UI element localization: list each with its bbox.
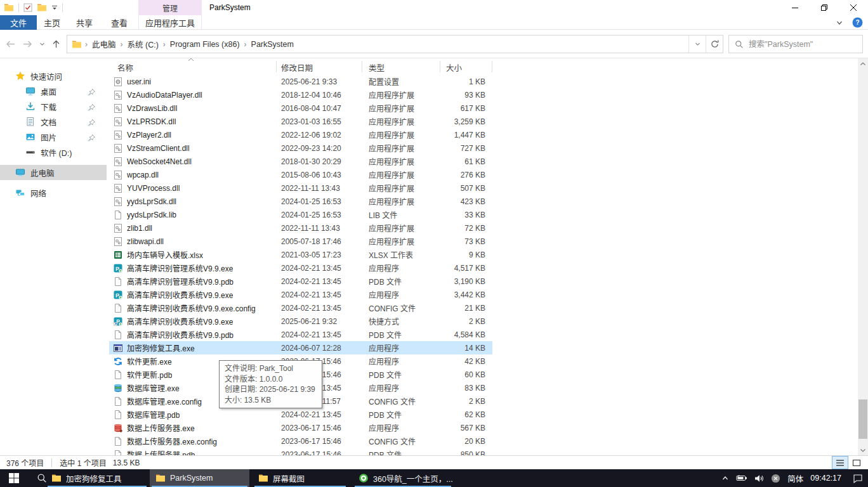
divider xyxy=(62,3,63,12)
action-center-icon[interactable] xyxy=(853,474,863,483)
table-row[interactable]: P高清车牌识别收费系统V9.9.exe2025-06-21 9:32快捷方式2 … xyxy=(107,315,498,328)
sidebar-item-文档[interactable]: 文档 xyxy=(0,114,107,129)
restore-button[interactable] xyxy=(810,0,839,15)
forward-button[interactable] xyxy=(22,39,33,49)
column-separator[interactable] xyxy=(492,61,492,72)
minimize-button[interactable] xyxy=(780,0,810,15)
table-row[interactable]: 加密狗修复工具.exe2024-06-07 12:28应用程序14 KB xyxy=(107,341,498,354)
sidebar-item-快速访问[interactable]: 快速访问 xyxy=(0,68,107,84)
refresh-button[interactable] xyxy=(706,36,723,53)
tray-expand-icon[interactable] xyxy=(721,474,729,482)
table-row[interactable]: 数据上传服务器.exe2023-06-17 15:46应用程序567 KB xyxy=(107,421,498,434)
ribbon-collapse-icon[interactable] xyxy=(836,19,843,27)
app-p-icon: P xyxy=(113,290,123,300)
table-row[interactable]: 高清车牌识别管理系统V9.9.pdb2024-02-21 13:45PDB 文件… xyxy=(107,275,498,288)
table-row[interactable]: VzPlayer2.dll2022-12-06 19:02应用程序扩展1,447… xyxy=(107,128,498,141)
taskbar-button-ParkSystem[interactable]: ParkSystem xyxy=(150,469,249,487)
table-row[interactable]: P高清车牌识别管理系统V9.9.exe2024-02-21 13:45应用程序4… xyxy=(107,261,498,275)
customize-toolbar-icon[interactable] xyxy=(51,4,58,11)
tab-home[interactable]: 主页 xyxy=(37,15,67,30)
scroll-up-button[interactable] xyxy=(858,58,868,69)
close-button[interactable] xyxy=(839,0,868,15)
breadcrumb-segment[interactable]: 此电脑 xyxy=(88,36,120,53)
breadcrumb-segment[interactable]: 系统 (C:) xyxy=(124,36,162,53)
table-row[interactable]: P高清车牌识别收费系统V9.9.exe2024-02-21 13:45应用程序3… xyxy=(107,288,498,301)
speaker-icon[interactable] xyxy=(754,474,764,483)
table-row[interactable]: VzLPRSDK.dll2023-01-03 16:55应用程序扩展3,259 … xyxy=(107,115,498,128)
up-button[interactable] xyxy=(51,39,61,49)
table-row[interactable]: 高清车牌识别收费系统V9.9.exe.config2024-02-21 13:4… xyxy=(107,301,498,315)
new-folder-icon[interactable] xyxy=(37,3,47,13)
scrollbar-thumb[interactable] xyxy=(858,399,867,439)
ribbon-tab-row: 文件 主页 共享 查看 应用程序工具 ? xyxy=(0,15,868,30)
tray-app-icon[interactable] xyxy=(771,474,780,483)
table-row[interactable]: VzDrawsLib.dll2016-08-04 10:47应用程序扩展617 … xyxy=(107,101,498,115)
contextual-tab-manage[interactable]: 管理 xyxy=(138,0,202,15)
table-row[interactable]: yydsLprSdk.lib2024-01-25 16:53LIB 文件33 K… xyxy=(107,208,498,221)
scroll-down-button[interactable] xyxy=(858,445,868,455)
tab-file[interactable]: 文件 xyxy=(0,15,37,30)
dll-file-icon xyxy=(113,237,123,247)
help-icon[interactable]: ? xyxy=(852,17,863,28)
clock[interactable]: 09:42:17 xyxy=(810,474,841,483)
column-header-type[interactable]: 类型 xyxy=(369,62,385,74)
tab-application-tools[interactable]: 应用程序工具 xyxy=(138,15,202,30)
sidebar-item-下载[interactable]: 下载 xyxy=(0,99,107,114)
sidebar-item-桌面[interactable]: 桌面 xyxy=(0,84,107,99)
table-row[interactable]: YUVProcess.dll2022-11-11 13:43应用程序扩展507 … xyxy=(107,181,498,195)
taskbar-button-360导航_一个主页，...[interactable]: 360导航_一个主页，... xyxy=(353,469,453,487)
table-row[interactable]: yydsLprSdk.dll2024-01-25 16:53应用程序扩展423 … xyxy=(107,195,498,208)
column-header-size[interactable]: 大小 xyxy=(446,62,462,74)
breadcrumb[interactable]: ›此电脑›系统 (C:)›Program Files (x86)›ParkSys… xyxy=(67,35,723,53)
search-input[interactable] xyxy=(749,40,862,49)
column-separator[interactable] xyxy=(440,61,440,72)
sidebar-item-网络[interactable]: 网络 xyxy=(0,185,107,200)
table-row[interactable]: 数据库管理.pdb2024-02-21 13:45PDB 文件62 KB xyxy=(107,408,498,421)
vertical-scrollbar[interactable] xyxy=(858,58,868,455)
start-button[interactable] xyxy=(0,469,28,487)
table-row[interactable]: 数据上传服务器.pdb2023-06-17 15:46PDB 文件850 KB xyxy=(107,448,498,455)
table-row[interactable]: WebSocket4Net.dll2018-01-30 20:29应用程序扩展6… xyxy=(107,155,498,168)
table-row[interactable]: 场内车辆导入模板.xlsx2021-03-05 17:23XLSX 工作表9 K… xyxy=(107,248,498,261)
back-button[interactable] xyxy=(5,39,16,49)
table-row[interactable]: VzAudioDataPlayer.dll2018-12-04 10:46应用程… xyxy=(107,88,498,101)
thumbnail-view-button[interactable] xyxy=(849,457,864,469)
folder-icon[interactable] xyxy=(4,3,14,13)
breadcrumb-segment[interactable]: ParkSystem xyxy=(247,36,298,53)
tab-share[interactable]: 共享 xyxy=(67,15,102,30)
doc-file-icon xyxy=(113,436,123,446)
file-size: 33 KB xyxy=(409,208,485,221)
taskbar-button-屏幕截图[interactable]: 屏幕截图 xyxy=(253,469,348,487)
table-row[interactable]: VzStreamClient.dll2022-09-23 14:20应用程序扩展… xyxy=(107,141,498,155)
table-row[interactable]: wpcap.dll2015-08-06 10:43应用程序扩展276 KB xyxy=(107,168,498,181)
battery-icon[interactable] xyxy=(736,474,747,482)
column-separator[interactable] xyxy=(276,61,277,72)
breadcrumb-segment[interactable]: Program Files (x86) xyxy=(166,36,244,53)
address-dropdown-button[interactable] xyxy=(688,36,706,53)
column-header-date[interactable]: 修改日期 xyxy=(281,62,313,74)
properties-check-icon[interactable] xyxy=(23,3,32,12)
table-row[interactable]: zlib1.dll2022-11-11 13:43应用程序扩展72 KB xyxy=(107,221,498,235)
table-row[interactable]: 高清车牌识别收费系统V9.9.pdb2024-02-21 13:45PDB 文件… xyxy=(107,328,498,341)
svg-text:?: ? xyxy=(855,19,859,26)
table-row[interactable]: user.ini2025-06-21 9:33配置设置1 KB xyxy=(107,75,498,88)
taskbar-button-加密狗修复工具[interactable]: 加密狗修复工具 xyxy=(46,469,148,487)
file-size: 83 KB xyxy=(409,381,485,394)
taskbar-button-label: ParkSystem xyxy=(170,474,213,483)
input-language[interactable]: 简体 xyxy=(787,472,803,484)
details-view-button[interactable] xyxy=(832,457,848,469)
column-separator[interactable] xyxy=(362,61,362,72)
column-header-name[interactable]: 名称 xyxy=(117,62,133,74)
sidebar-item-软件 (D:)[interactable]: 软件 (D:) xyxy=(0,145,107,160)
table-row[interactable]: 数据上传服务器.exe.config2023-06-17 15:46CONFIG… xyxy=(107,434,498,448)
folder-icon xyxy=(258,473,268,483)
sidebar-item-图片[interactable]: 图片 xyxy=(0,129,107,145)
selection-count: 选中 1 个项目 xyxy=(60,457,106,468)
table-row[interactable]: zlibwapi.dll2005-07-18 17:46应用程序扩展73 KB xyxy=(107,235,498,248)
recent-locations-icon[interactable] xyxy=(39,41,45,47)
folder-icon xyxy=(72,39,82,49)
file-name: VzLPRSDK.dll xyxy=(127,117,176,126)
tab-view[interactable]: 查看 xyxy=(102,15,137,30)
sidebar-item-此电脑[interactable]: 此电脑 xyxy=(0,165,107,180)
refresh-icon xyxy=(710,39,720,49)
